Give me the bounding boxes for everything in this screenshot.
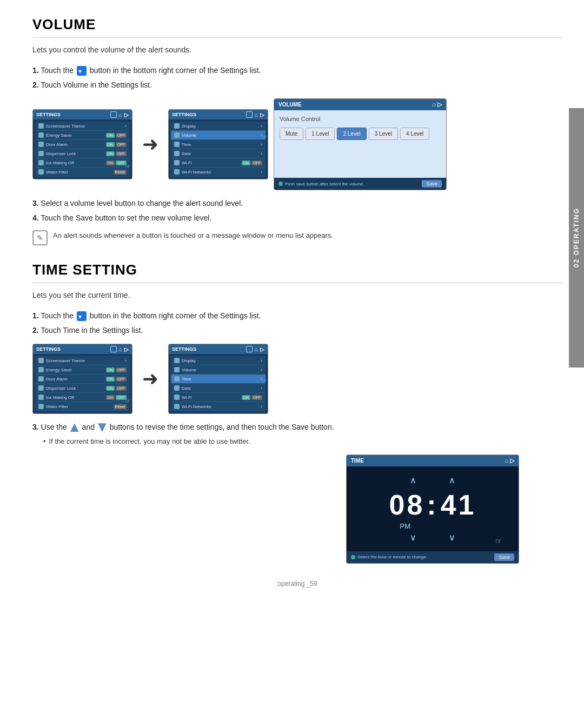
filter-icon <box>38 169 44 175</box>
home-icon-t2: ⌂ <box>255 346 258 352</box>
wifi-networks-icon <box>174 169 180 175</box>
time-screen1-body: Screensaver Theme › Energy Saver ON OFF <box>33 354 132 413</box>
cursor-hand-vol2: ☞ <box>262 133 268 141</box>
volume-save-btn[interactable]: Save <box>422 180 442 188</box>
volume-2level-btn[interactable]: 2 Level <box>337 128 366 140</box>
volume-control-body: Volume Control Mute 1 Level 2 Level 3 Le… <box>274 110 446 178</box>
check-down-icon <box>77 66 87 76</box>
volume-screen2-header: SETTINGS ⌂ ▷ <box>169 110 268 119</box>
back-icon-tl: ▷ <box>510 457 514 464</box>
time-settings-row-door: Door Alarm ON OFF <box>35 375 130 384</box>
time-section: TIME SETTING Lets you set the current ti… <box>32 262 562 564</box>
volume-buttons: Mute 1 Level 2 Level 3 Level 4 Level <box>280 128 441 140</box>
volume-step-4: 4. Touch the Save button to set the new … <box>32 212 562 224</box>
edit-icon2 <box>246 111 253 118</box>
volume-step-1: 1. Touch the button in the bottom right … <box>32 65 562 76</box>
time-minutes: 41 <box>441 489 476 521</box>
volume-step-3: 3. Select a volume level button to chang… <box>32 198 562 209</box>
settings-row-time: Time › <box>171 140 266 149</box>
arrow-right-time: ➜ <box>142 368 158 390</box>
side-operating-tab: 02 OPERATING <box>569 108 584 368</box>
settings-row-screensaver: Screensaver Theme › <box>35 122 130 131</box>
time-footer-dot <box>351 555 355 559</box>
up-arrow-minutes[interactable]: ∧ <box>449 475 455 485</box>
down-arrow-icon <box>98 423 107 432</box>
door-alarm-icon <box>38 142 44 147</box>
volume-1level-btn[interactable]: 1 Level <box>306 128 335 140</box>
settings-row-filter: Water Filter Reset <box>35 168 130 177</box>
back-icon: ▷ <box>124 112 129 118</box>
door-icon-t <box>38 376 44 382</box>
time-screen-container: TIME ⌂ ▷ ∧ ∧ <box>32 455 519 564</box>
side-tab-label: 02 OPERATING <box>573 208 580 268</box>
time-large-screen: TIME ⌂ ▷ ∧ ∧ <box>346 455 519 564</box>
time-screenshots-row: SETTINGS ⌂ ▷ Screensaver Theme › <box>32 344 562 414</box>
home-icon-t1: ⌂ <box>119 346 122 352</box>
time-settings-row-dispenser: Dispenser Lock ON OFF <box>35 384 130 393</box>
footer-dot <box>278 182 283 186</box>
settings-row-date: Date › <box>171 149 266 158</box>
cursor-hand-time2: ☞ <box>262 377 268 384</box>
time-step3-area: 3. Use the and buttons to revise the tim… <box>32 422 562 447</box>
volume-settings-screen1: SETTINGS ⌂ ▷ Screensaver Theme › <box>32 109 132 179</box>
page-content: VOLUME Lets you control the volume of th… <box>32 0 562 615</box>
energy-icon-t <box>38 367 44 372</box>
time-settings-row-filter: Water Filter Reset <box>35 402 130 411</box>
settings-row-dispenser: Dispenser Lock ON OFF <box>35 149 130 158</box>
volume-footer: Push save button after select the volume… <box>274 178 446 190</box>
volume-icon-t <box>174 367 180 372</box>
back-icon2: ▷ <box>260 112 264 118</box>
time-period-label: PM <box>389 522 410 530</box>
time-steps-1-2: 1. Touch the button in the bottom right … <box>32 310 562 336</box>
volume-footer-text: Push save button after select the volume… <box>285 182 364 186</box>
volume-icon <box>174 132 180 138</box>
volume-control-subtitle: Volume Control <box>280 116 441 122</box>
note-icon: ✎ <box>32 230 48 245</box>
ice-icon-t <box>38 395 44 400</box>
wifi-networks-icon-t <box>174 404 180 409</box>
time-save-btn[interactable]: Save <box>494 553 514 561</box>
volume-3level-btn[interactable]: 3 Level <box>369 128 398 140</box>
home-icon: ⌂ <box>119 112 122 118</box>
cursor-hand-time: ☞ <box>125 397 131 405</box>
wifi-icon <box>174 160 180 165</box>
time-bullet-note: If the current time is incorrect, you ma… <box>43 436 562 447</box>
time-settings-volume: Volume › <box>171 365 266 375</box>
down-arrow-hours[interactable]: ∨ <box>410 532 416 543</box>
time-settings-row-screensaver: Screensaver Theme › <box>35 356 130 365</box>
time-nav-up: ∧ ∧ <box>352 475 513 485</box>
time-screen2-header: SETTINGS ⌂ ▷ <box>169 344 268 354</box>
wifi-icon-t <box>174 395 180 400</box>
volume-note: ✎ An alert sounds whenever a button is t… <box>32 230 562 245</box>
time-title: TIME SETTING <box>32 262 562 283</box>
time-step-1: 1. Touch the button in the bottom right … <box>32 310 562 322</box>
volume-note-text: An alert sounds whenever a button is tou… <box>53 230 333 241</box>
time-icon-t <box>174 376 180 382</box>
time-settings-screen2: SETTINGS ⌂ ▷ Display › <box>168 344 268 414</box>
down-arrow-minutes[interactable]: ∨ <box>449 532 455 543</box>
time-settings-wifi: Wi-Fi ON OFF <box>171 393 266 402</box>
volume-4level-btn[interactable]: 4 Level <box>400 128 429 140</box>
back-icon-t1: ▷ <box>124 346 129 352</box>
time-settings-date: Date › <box>171 384 266 393</box>
edit-icon <box>110 111 117 118</box>
edit-icon-t2 <box>246 346 253 352</box>
volume-control-header: VOLUME ⌂ ▷ <box>274 99 446 110</box>
settings-row-display: Display › <box>171 122 266 131</box>
time-settings-screen1: SETTINGS ⌂ ▷ Screensaver Theme › <box>32 344 132 414</box>
volume-mute-btn[interactable]: Mute <box>280 128 303 140</box>
volume-screenshots-row: SETTINGS ⌂ ▷ Screensaver Theme › <box>32 98 562 190</box>
page-number: operating _59 <box>32 580 562 598</box>
ice-icon <box>38 160 44 165</box>
volume-settings-screen2: SETTINGS ⌂ ▷ Display › <box>168 109 268 179</box>
up-arrow-hours[interactable]: ∧ <box>410 475 416 485</box>
back-icon-t2: ▷ <box>260 346 264 352</box>
volume-desc: Lets you control the volume of the alert… <box>32 45 562 54</box>
time-icon <box>174 142 180 147</box>
settings-row-volume-highlighted: Volume › ☞ <box>171 131 266 140</box>
display-icon <box>174 123 180 129</box>
time-large-header: TIME ⌂ ▷ <box>347 455 519 466</box>
time-settings-wifi-networks: Wi-Fi Networks › <box>171 402 266 411</box>
screensaver-icon <box>38 123 44 129</box>
time-footer-text: Select the hour or minute to change. <box>357 555 427 559</box>
